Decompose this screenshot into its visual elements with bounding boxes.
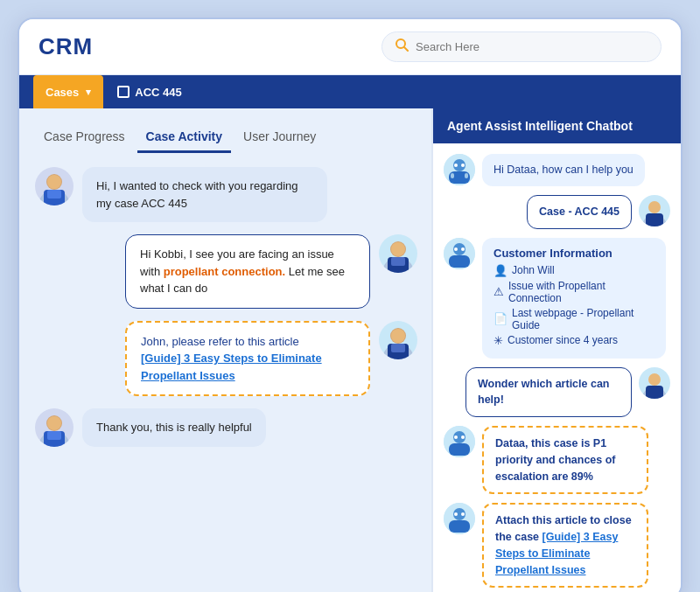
svg-point-9: [391, 242, 405, 256]
svg-point-48: [454, 512, 458, 516]
tab-case-progress[interactable]: Case Progress: [35, 124, 134, 153]
svg-point-49: [461, 512, 465, 516]
message-bubble: Hi, I wanted to check with you regarding…: [82, 167, 327, 222]
messages-list: Hi, I wanted to check with you regarding…: [35, 167, 417, 447]
bot-avatar: [444, 426, 475, 457]
nav-acc-tab[interactable]: ACC 445: [103, 86, 195, 99]
cb-bubble: Hi Dataa, how can I help you: [482, 154, 645, 186]
svg-point-35: [454, 247, 458, 251]
svg-rect-34: [449, 255, 470, 268]
svg-point-36: [461, 247, 465, 251]
cb-row-customer-info: Customer Information 👤 John Will ⚠ Issue…: [444, 238, 670, 359]
customer-issue: Issue with Propellant Connection: [508, 280, 654, 304]
customer-webpage-row: 📄 Last webpage - Propellant Guide: [494, 307, 654, 331]
customer-since-row: ✳ Customer since 4 years: [494, 334, 654, 347]
cb-bubble-wonder: Wonder which article can help!: [466, 367, 632, 418]
svg-point-26: [461, 164, 465, 167]
message-bubble-article: John, please refer to this article [Guid…: [125, 321, 370, 397]
bot-avatar: [444, 238, 475, 269]
message-row: Thank you, this is really helpful: [35, 408, 417, 447]
message-row: Hi Kobbi, I see you are facing an issue …: [35, 234, 417, 309]
search-input[interactable]: [416, 40, 648, 53]
bot-avatar: [444, 503, 475, 534]
svg-point-25: [454, 164, 458, 167]
svg-rect-21: [47, 431, 61, 440]
tab-case-activity[interactable]: Case Activity: [137, 124, 231, 153]
svg-line-1: [404, 47, 408, 51]
chatbot-body: Hi Dataa, how can I help you Case - ACC …: [433, 143, 681, 592]
cb-agent-avatar: [639, 367, 670, 399]
chatbot-header: Agent Assist Intelligent Chatbot: [433, 108, 681, 143]
cb-bubble-priority: Dataa, this case is P1 priority and chan…: [482, 426, 648, 494]
svg-point-38: [648, 373, 661, 386]
customer-name: John Will: [512, 264, 555, 276]
logo: CRM: [38, 33, 93, 60]
customer-issue-row: ⚠ Issue with Propellant Connection: [494, 280, 654, 304]
svg-rect-42: [449, 443, 470, 456]
cb-bubble-case: Case - ACC 445: [527, 195, 632, 229]
svg-rect-39: [646, 386, 663, 399]
cb-row-priority: Dataa, this case is P1 priority and chan…: [444, 426, 670, 494]
svg-rect-6: [47, 190, 61, 198]
message-row: Hi, I wanted to check with you regarding…: [35, 167, 417, 222]
header: CRM: [19, 19, 681, 75]
agent-avatar: [379, 321, 417, 359]
cb-row: Hi Dataa, how can I help you: [444, 154, 670, 186]
cb-row: Case - ACC 445: [444, 195, 670, 229]
message-row: John, please refer to this article [Guid…: [35, 321, 417, 397]
left-panel: Case Progress Case Activity User Journey: [19, 108, 431, 592]
chatbot-panel: Agent Assist Intelligent Chatbot: [431, 108, 681, 592]
svg-rect-28: [465, 173, 468, 178]
svg-point-4: [47, 175, 61, 189]
svg-rect-16: [391, 344, 405, 352]
svg-rect-47: [449, 520, 470, 533]
svg-point-14: [391, 329, 405, 343]
message-bubble: Hi Kobbi, I see you are facing an issue …: [125, 234, 370, 309]
cb-row-attach: Attach this article to close the case [G…: [444, 503, 670, 588]
user-avatar: [35, 408, 74, 447]
svg-point-43: [454, 435, 458, 439]
customer-info-card: Customer Information 👤 John Will ⚠ Issue…: [482, 238, 666, 359]
acc-icon: [117, 86, 130, 98]
webpage-icon: 📄: [494, 312, 508, 325]
nav-bar: Cases ▾ ACC 445: [19, 75, 681, 108]
user-avatar: [35, 167, 74, 205]
tabs: Case Progress Case Activity User Journey: [35, 124, 417, 153]
tab-user-journey[interactable]: User Journey: [234, 124, 325, 153]
main-content: Case Progress Case Activity User Journey: [19, 108, 681, 592]
message-bubble: Thank you, this is really helpful: [82, 408, 266, 447]
cases-dropdown-icon: ▾: [86, 87, 91, 98]
agent-avatar: [379, 234, 417, 273]
nav-cases-tab[interactable]: Cases ▾: [33, 75, 103, 108]
cb-agent-avatar: [639, 195, 670, 226]
since-icon: ✳: [494, 334, 503, 347]
issue-icon: ⚠: [494, 285, 504, 298]
user-icon: 👤: [494, 264, 508, 277]
customer-name-row: 👤 John Will: [494, 264, 654, 277]
customer-since: Customer since 4 years: [508, 334, 618, 346]
cb-row: Wonder which article can help!: [444, 367, 670, 418]
customer-info-title: Customer Information: [494, 247, 654, 260]
svg-point-19: [47, 416, 61, 430]
search-icon: [395, 38, 409, 56]
svg-rect-11: [391, 257, 405, 266]
search-bar[interactable]: [382, 31, 662, 62]
app-container: CRM Cases ▾ ACC 445 Case Progres: [18, 17, 682, 592]
svg-rect-27: [451, 173, 454, 178]
cb-bubble-attach: Attach this article to close the case [G…: [482, 503, 648, 588]
svg-point-44: [461, 435, 465, 439]
svg-point-30: [648, 201, 661, 213]
customer-webpage: Last webpage - Propellant Guide: [512, 307, 654, 331]
bot-avatar: [444, 154, 475, 185]
svg-rect-31: [646, 213, 663, 226]
